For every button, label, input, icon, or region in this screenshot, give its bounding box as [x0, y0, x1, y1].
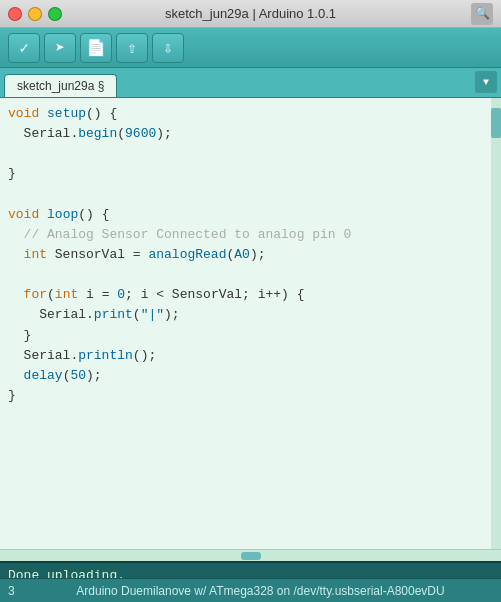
code-line — [8, 185, 493, 205]
tab-label: sketch_jun29a § — [17, 79, 104, 93]
save-button[interactable]: ⇩ — [152, 33, 184, 63]
open-button[interactable]: ⇧ — [116, 33, 148, 63]
hscrollbar-thumb[interactable] — [241, 552, 261, 560]
code-editor[interactable]: void setup() { Serial.begin(9600); } voi… — [0, 98, 501, 549]
title-bar: sketch_jun29a | Arduino 1.0.1 🔍 — [0, 0, 501, 28]
code-line: Serial.begin(9600); — [8, 124, 493, 144]
code-line: delay(50); — [8, 366, 493, 386]
active-tab[interactable]: sketch_jun29a § — [4, 74, 117, 97]
code-line — [8, 265, 493, 285]
close-button[interactable] — [8, 7, 22, 21]
code-line: // Analog Sensor Connected to analog pin… — [8, 225, 493, 245]
window-controls — [8, 7, 62, 21]
upload-button[interactable]: ➤ — [44, 33, 76, 63]
line-number: 3 — [8, 584, 28, 598]
code-line: void loop() { — [8, 205, 493, 225]
code-line: } — [8, 386, 493, 406]
vertical-scrollbar[interactable] — [491, 98, 501, 549]
code-line: } — [8, 326, 493, 346]
code-line — [8, 144, 493, 164]
code-line: } — [8, 164, 493, 184]
board-info: Arduino Duemilanove w/ ATmega328 on /dev… — [28, 584, 493, 598]
maximize-button[interactable] — [48, 7, 62, 21]
code-line: void setup() { — [8, 104, 493, 124]
new-button[interactable]: 📄 — [80, 33, 112, 63]
window-title: sketch_jun29a | Arduino 1.0.1 — [165, 6, 336, 21]
minimize-button[interactable] — [28, 7, 42, 21]
main-content: sketch_jun29a § ▼ void setup() { Serial.… — [0, 68, 501, 602]
code-line: Serial.print("|"); — [8, 305, 493, 325]
search-icon[interactable]: 🔍 — [471, 3, 493, 25]
tab-dropdown-button[interactable]: ▼ — [475, 71, 497, 93]
status-bar: 3 Arduino Duemilanove w/ ATmega328 on /d… — [0, 578, 501, 602]
code-line: for(int i = 0; i < SensorVal; i++) { — [8, 285, 493, 305]
horizontal-scrollbar[interactable] — [0, 549, 501, 561]
code-line: Serial.println(); — [8, 346, 493, 366]
scrollbar-thumb[interactable] — [491, 108, 501, 138]
tab-bar: sketch_jun29a § ▼ — [0, 68, 501, 98]
code-line: int SensorVal = analogRead(A0); — [8, 245, 493, 265]
verify-button[interactable]: ✓ — [8, 33, 40, 63]
toolbar: ✓ ➤ 📄 ⇧ ⇩ — [0, 28, 501, 68]
